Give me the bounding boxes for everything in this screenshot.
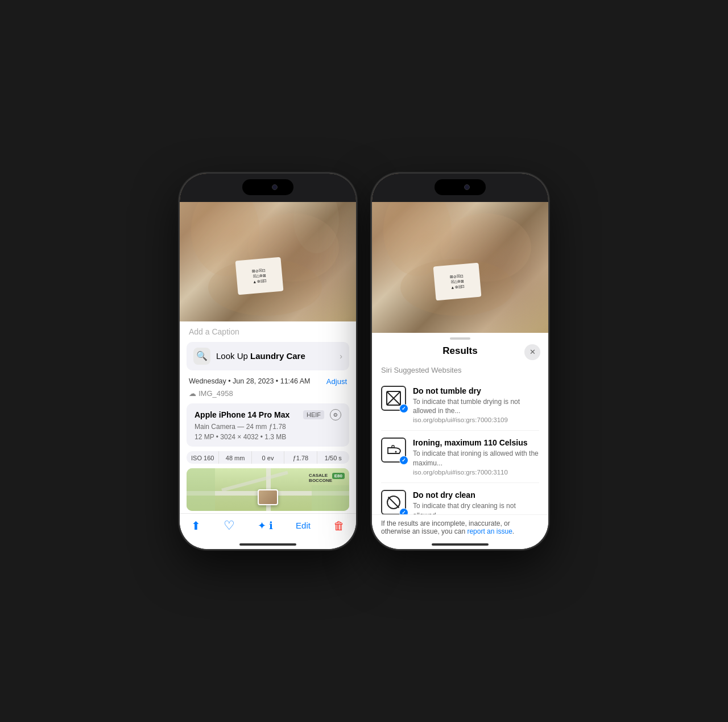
result-content-2: Ironing, maximum 110 Celsius To indicate… [413,438,539,476]
svg-point-17 [395,451,397,453]
map-view[interactable]: CASALE BOCCONE E80 [187,468,349,511]
lookup-row[interactable]: 🔍 Look Up Laundry Care › [187,342,349,370]
result-desc-2: To indicate that ironing is allowed with… [413,449,539,468]
result-icon-wrap-3: ✓ [381,490,406,514]
notch [242,179,293,195]
result-item-3[interactable]: ✓ Do not dry clean To indicate that dry … [381,483,539,514]
trash-icon: 🗑 [333,520,345,531]
right-phone: ⊠⊘☒⊡ ☒△⊗⊠ ▲⊗☒⊡ Results ✕ Siri Sugge [372,174,548,549]
lookup-text: Look Up Laundry Care [216,351,334,361]
caption-placeholder: Add a Caption [189,327,239,336]
map-place-label: CASALE BOCCONE [309,473,332,483]
adjust-button[interactable]: Adjust [326,377,347,386]
result-badge-2: ✓ [399,456,408,465]
device-card: Apple iPhone 14 Pro Max HEIF ⊙ Main Came… [187,403,349,447]
device-right: HEIF ⊙ [303,409,341,420]
laundry-symbols-right: ⊠⊘☒⊡ ☒△⊗⊠ ▲⊗☒⊡ [449,273,465,290]
cloud-icon: ☁ [189,389,196,398]
result-content-1: Do not tumble dry To indicate that tumbl… [413,386,539,424]
share-icon: ⬆︎ [191,520,201,531]
laundry-tag-right: ⊠⊘☒⊡ ☒△⊗⊠ ▲⊗☒⊡ [433,262,482,300]
lookup-prefix: Look Up [216,351,250,361]
svg-point-4 [293,185,339,253]
left-phone: ⊠⊘☒⊡ ☒△⊗⊠ ▲⊗☒⊡ Add a Caption 🔍 Look Up L… [180,174,356,549]
left-phone-content: ⊠⊘☒⊡ ☒△⊗⊠ ▲⊗☒⊡ Add a Caption 🔍 Look Up L… [180,174,356,549]
result-icon-wrap-2: ✓ [381,438,406,463]
notch-right [435,179,486,195]
result-item-2[interactable]: ✓ Ironing, maximum 110 Celsius To indica… [381,431,539,483]
svg-rect-9 [312,485,349,511]
svg-rect-8 [187,468,215,511]
exif-iso: ISO 160 [187,451,219,464]
camera-icon: ⊙ [330,409,341,420]
result-title-1: Do not tumble dry [413,386,539,396]
svg-rect-7 [221,471,288,492]
favorite-button[interactable]: ♡ [224,519,235,532]
front-camera-right [464,184,470,190]
svg-rect-16 [392,445,394,448]
result-item-1[interactable]: ✓ Do not tumble dry To indicate that tum… [381,379,539,431]
home-indicator [180,541,356,549]
photo-info-area: Add a Caption 🔍 Look Up Laundry Care › W… [180,321,356,549]
home-bar-right [432,543,489,546]
exif-row: ISO 160 48 mm 0 ev ƒ1.78 1/50 s [187,451,349,464]
device-specs2: 12 MP • 3024 × 4032 • 1.3 MB [195,433,341,441]
laundry-tag: ⊠⊘☒⊡ ☒△⊗⊠ ▲⊗☒⊡ [235,257,284,295]
report-issue-link[interactable]: report an issue [467,527,512,535]
result-content-3: Do not dry clean To indicate that dry cl… [413,490,539,514]
sheet-footer: If the results are incomplete, inaccurat… [372,514,548,541]
home-indicator-right [372,541,548,549]
sheet-header: Results ✕ [372,342,548,362]
delete-button[interactable]: 🗑 [333,520,345,531]
close-button[interactable]: ✕ [524,344,540,360]
result-badge-3: ✓ [399,508,408,514]
close-icon: ✕ [530,348,536,356]
info-icon: ✦ ℹ [258,521,273,531]
info-button[interactable]: ✦ ℹ [258,521,273,531]
home-bar [239,543,296,546]
result-url-1: iso.org/obp/ui#iso:grs:7000:3109 [413,416,539,423]
caption-field[interactable]: Add a Caption [180,321,356,340]
exif-mm: 48 mm [219,451,251,464]
heif-badge: HEIF [303,410,324,419]
lookup-chevron-icon: › [340,352,342,361]
photo-toolbar: ⬆︎ ♡ ✦ ℹ Edit 🗑 [180,513,356,541]
photo-view: ⊠⊘☒⊡ ☒△⊗⊠ ▲⊗☒⊡ [180,174,356,321]
sheet-handle-row [372,333,548,342]
photo-date: Wednesday • Jun 28, 2023 • 11:46 AM [189,377,311,385]
lookup-icon: 🔍 [193,348,210,365]
lookup-bold: Laundry Care [250,351,305,361]
edit-button[interactable]: Edit [296,521,311,530]
device-name-row: Apple iPhone 14 Pro Max HEIF ⊙ [195,409,341,420]
footer-suffix: . [512,527,514,535]
results-list: ✓ Do not tumble dry To indicate that tum… [372,379,548,514]
results-sheet: Results ✕ Siri Suggested Websites [372,333,548,549]
map-photo-thumbnail [258,489,278,505]
edit-label: Edit [296,521,311,530]
right-phone-content: ⊠⊘☒⊡ ☒△⊗⊠ ▲⊗☒⊡ Results ✕ Siri Sugge [372,174,548,549]
result-desc-3: To indicate that dry cleaning is not all… [413,501,539,514]
heart-icon: ♡ [224,519,235,532]
result-title-2: Ironing, maximum 110 Celsius [413,438,539,448]
device-name: Apple iPhone 14 Pro Max [195,410,289,419]
exif-shutter: 1/50 s [317,451,349,464]
result-icon-wrap-1: ✓ [381,386,406,411]
result-url-2: iso.org/obp/ui#iso:grs:7000:3110 [413,469,539,476]
sheet-handle [450,337,470,340]
main-container: ⊠⊘☒⊡ ☒△⊗⊠ ▲⊗☒⊡ Add a Caption 🔍 Look Up L… [180,174,548,549]
share-button[interactable]: ⬆︎ [191,520,201,531]
photo-view-right: ⊠⊘☒⊡ ☒△⊗⊠ ▲⊗☒⊡ [372,174,548,333]
sheet-title: Results [442,345,477,357]
meta-date-row: Wednesday • Jun 28, 2023 • 11:46 AM Adju… [180,373,356,388]
filename-row: ☁ IMG_4958 [180,388,356,401]
exif-aperture: ƒ1.78 [284,451,317,464]
svg-line-19 [388,497,399,508]
filename-text: IMG_4958 [198,389,233,398]
exif-ev: 0 ev [252,451,284,464]
device-specs1: Main Camera — 24 mm ƒ1.78 [195,423,341,431]
section-label: Siri Suggested Websites [372,362,548,379]
map-road-badge: E80 [332,473,345,479]
laundry-symbols: ⊠⊘☒⊡ ☒△⊗⊠ ▲⊗☒⊡ [251,267,267,284]
front-camera [272,184,278,190]
result-desc-1: To indicate that tumble drying is not al… [413,397,539,416]
